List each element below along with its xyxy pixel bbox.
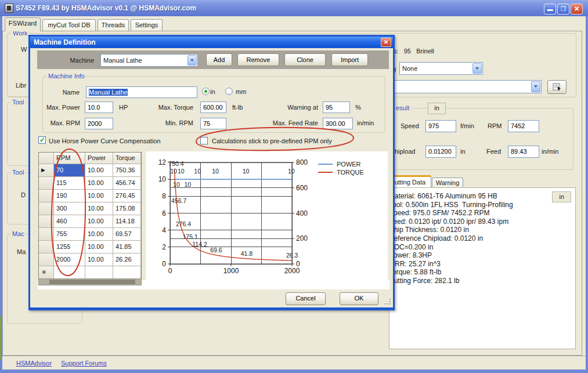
- table-scrollbar[interactable]: [38, 278, 142, 285]
- dialog-close-button[interactable]: ✕: [381, 38, 391, 47]
- table-cell[interactable]: 10.00: [85, 164, 113, 177]
- radio-in[interactable]: [202, 88, 210, 95]
- table-cell[interactable]: 2000: [54, 254, 85, 266]
- window-border-right: [586, 16, 588, 373]
- table-cell[interactable]: 10.00: [85, 215, 113, 228]
- feed-field[interactable]: 89.43: [508, 146, 539, 158]
- row-selector[interactable]: [39, 215, 54, 228]
- support-forums-link[interactable]: Support Forums: [61, 360, 107, 367]
- table-cell[interactable]: 10.00: [85, 202, 113, 215]
- table-cell[interactable]: 190: [54, 190, 85, 202]
- maximize-button[interactable]: ❒: [557, 3, 569, 15]
- row-selector[interactable]: [39, 254, 54, 266]
- table-cell[interactable]: 26.26: [113, 254, 141, 266]
- svg-text:2: 2: [162, 243, 166, 251]
- remove-button[interactable]: Remove: [237, 53, 279, 66]
- machine-select[interactable]: Manual Lathe: [100, 54, 198, 67]
- column-header-rpm[interactable]: RPM: [54, 153, 85, 164]
- table-scrollbar-thumb[interactable]: [49, 280, 135, 284]
- tab-threads[interactable]: Threads: [98, 19, 129, 31]
- import-button[interactable]: Import: [331, 53, 368, 66]
- table-cell[interactable]: 300: [54, 202, 85, 215]
- table-cell[interactable]: 69.57: [113, 228, 141, 241]
- clone-button[interactable]: Clone: [284, 53, 326, 66]
- row-selector[interactable]: [39, 241, 54, 254]
- svg-text:TORQUE: TORQUE: [337, 169, 364, 176]
- stick-rpm-checkbox[interactable]: [200, 137, 208, 144]
- max-rpm-field[interactable]: 2000: [85, 118, 113, 129]
- tab-settings[interactable]: Settings: [131, 19, 163, 31]
- name-field[interactable]: Manual Lathe: [86, 86, 197, 98]
- svg-text:41.8: 41.8: [241, 250, 253, 257]
- resize-grip[interactable]: [385, 299, 392, 306]
- tab-warning[interactable]: Warning: [432, 178, 463, 188]
- svg-text:400: 400: [296, 209, 308, 218]
- hsmadvisor-link[interactable]: HSMAdvisor: [16, 360, 52, 367]
- new-row-selector[interactable]: ✳: [39, 266, 54, 279]
- table-cell[interactable]: 456.74: [113, 177, 141, 190]
- chevron-down-icon[interactable]: [187, 55, 197, 66]
- table-cell[interactable]: 10.00: [85, 177, 113, 190]
- rpm-field[interactable]: 7452: [508, 120, 539, 132]
- table-cell[interactable]: 10.00: [85, 190, 113, 202]
- chevron-down-icon[interactable]: [472, 63, 482, 74]
- max-feed-label: Max. Feed Rate: [269, 119, 318, 126]
- warning-unit: %: [355, 104, 361, 111]
- speed-field[interactable]: 975: [425, 120, 456, 132]
- material-select[interactable]: [383, 80, 542, 93]
- row-selector[interactable]: [39, 190, 54, 202]
- chipload-field[interactable]: 0.01200: [425, 146, 456, 158]
- tab-mycut-tool-db[interactable]: myCut Tool DB: [42, 19, 96, 31]
- warning-field[interactable]: 95: [323, 102, 350, 113]
- app-icon: [5, 3, 13, 13]
- table-row: ▶7010.00750.36: [39, 164, 141, 177]
- svg-text:4: 4: [162, 226, 166, 234]
- max-torque-field[interactable]: 600.00: [200, 102, 226, 113]
- close-button[interactable]: ✕: [571, 3, 583, 15]
- radio-mm[interactable]: [225, 88, 233, 95]
- row-selector[interactable]: [39, 177, 54, 190]
- chevron-down-icon[interactable]: [531, 81, 540, 92]
- material-picker-button[interactable]: [547, 80, 567, 94]
- tab-fswizard[interactable]: FSWizard: [5, 17, 41, 31]
- radio-in-label: in: [210, 88, 215, 95]
- ok-button[interactable]: OK: [340, 292, 378, 305]
- tab-cutting-data[interactable]: utting Data: [389, 175, 431, 188]
- cancel-button[interactable]: Cancel: [286, 292, 326, 305]
- max-feed-field[interactable]: 300.00: [323, 118, 353, 129]
- table-cell[interactable]: 115: [54, 177, 85, 190]
- feed-unit: in/min: [542, 148, 558, 155]
- left-field-label: Ma: [17, 248, 26, 255]
- row-selector[interactable]: ▶: [39, 164, 54, 177]
- stick-rpm-checkbox-label: Calculations stick to pre-defined RPM on…: [212, 137, 332, 144]
- coating-select[interactable]: None: [399, 62, 483, 75]
- table-cell[interactable]: 276.45: [113, 190, 141, 202]
- table-row: 19010.00276.45: [39, 190, 141, 202]
- table-cell[interactable]: 41.85: [113, 241, 141, 254]
- table-cell[interactable]: 10.00: [85, 254, 113, 266]
- list-cursor-icon: [553, 83, 562, 91]
- table-cell[interactable]: 460: [54, 215, 85, 228]
- svg-text:10: 10: [243, 168, 250, 175]
- dialog-titlebar[interactable]: Machine Definition ✕: [30, 37, 393, 48]
- table-cell[interactable]: 1255: [54, 241, 85, 254]
- hp-curve-checkbox[interactable]: ✓: [38, 136, 46, 144]
- minimize-button[interactable]: ▬: [544, 3, 556, 15]
- table-cell[interactable]: 10.00: [85, 241, 113, 254]
- min-rpm-field[interactable]: 75: [200, 118, 226, 129]
- table-cell[interactable]: 175.08: [113, 202, 141, 215]
- column-header-torque[interactable]: Torque: [113, 153, 141, 164]
- table-cell[interactable]: 114.18: [113, 215, 141, 228]
- table-cell[interactable]: 10.00: [85, 228, 113, 241]
- max-power-field[interactable]: 10.0: [85, 102, 113, 113]
- svg-text:276.4: 276.4: [176, 220, 191, 227]
- row-selector[interactable]: [39, 228, 54, 241]
- row-selector[interactable]: [39, 202, 54, 215]
- column-header-power[interactable]: Power: [85, 153, 113, 164]
- add-button[interactable]: Add: [206, 53, 232, 66]
- table-cell[interactable]: 70: [54, 164, 85, 177]
- table-row: 30010.00175.08: [39, 202, 141, 215]
- cutting-data-panel: Material: 6061-T6 Aluminum 95 HBTool: 0.…: [389, 187, 576, 349]
- table-cell[interactable]: 750.36: [113, 164, 141, 177]
- table-cell[interactable]: 755: [54, 228, 85, 241]
